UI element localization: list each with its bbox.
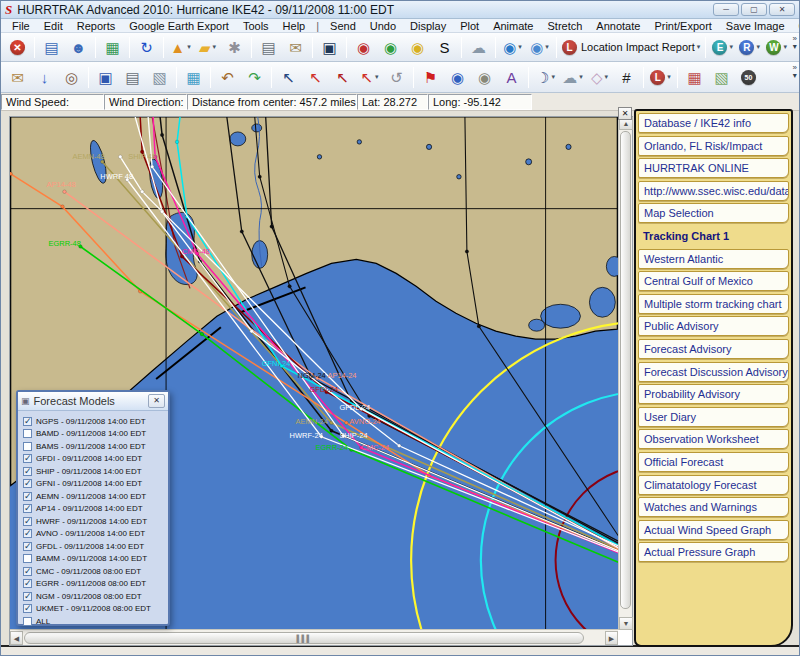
list-window-icon[interactable]: ▦ [100,35,125,60]
dropdown-arrow-icon[interactable]: ▾ [545,43,549,51]
sidebar-item-hurrtrak-online[interactable]: HURRTRAK ONLINE [638,158,789,178]
dropdown-arrow-icon[interactable]: ▾ [756,43,760,51]
web-report-icon[interactable]: W▾ [764,35,789,60]
menu-reports[interactable]: Reports [70,20,123,32]
globe-hurricane-icon[interactable]: ◉ [351,35,376,60]
user-icon[interactable]: ☻ [66,35,91,60]
globe-track-icon[interactable]: ◉ [445,65,470,90]
refresh-icon[interactable]: ↻ [134,35,159,60]
model-checkbox[interactable]: ✓ [23,504,32,513]
report-builder-icon[interactable]: R▾ [737,35,762,60]
gear-icon[interactable]: ✱ [222,35,247,60]
dropdown-arrow-icon[interactable]: ▾ [729,43,733,51]
menu-file[interactable]: File [5,20,37,32]
model-checkbox[interactable]: ✓ [23,579,32,588]
mail-report-icon[interactable]: ✉ [283,35,308,60]
dropdown-arrow-icon[interactable]: ▾ [213,43,217,51]
forecaster-tv-icon[interactable]: ▣ [317,35,342,60]
location-l-icon[interactable]: L▾ [648,65,673,90]
menu-help[interactable]: Help [276,20,313,32]
menu-animate[interactable]: Animate [486,20,540,32]
forecast-model-row[interactable]: BAMS - 09/11/2008 14:00 EDT [23,440,166,453]
print-report-icon[interactable]: ▤ [256,35,281,60]
forecast-model-row[interactable]: ✓AVNO - 09/11/2008 14:00 EDT [23,528,166,541]
dropdown-arrow-icon[interactable]: ▾ [187,43,191,51]
model-checkbox[interactable]: ✓ [23,517,32,526]
sidebar-item-observation-worksheet[interactable]: Observation Worksheet [638,429,789,449]
maximize-button[interactable]: ▢ [741,3,767,16]
forecast-model-row[interactable]: ✓AEMN - 09/11/2008 14:00 EDT [23,490,166,503]
forecast-model-row[interactable]: ✓UKMET - 09/11/2008 08:00 EDT [23,603,166,616]
save-icon[interactable]: ▣ [93,65,118,90]
forecast-model-row[interactable]: BAMM - 09/11/2008 14:00 EDT [23,553,166,566]
menu-plot[interactable]: Plot [453,20,486,32]
sidebar-item-actual-pressure-graph[interactable]: Actual Pressure Graph [638,542,789,562]
inbox-download-icon[interactable]: ↓ [32,65,57,90]
forecast-model-row[interactable]: BAMD - 09/11/2008 14:00 EDT [23,428,166,441]
dropdown-arrow-icon[interactable]: ▾ [605,73,609,81]
forecast-model-row[interactable]: ✓NGPS - 09/11/2008 14:00 EDT [23,415,166,428]
forecast-models-close-icon[interactable]: ✕ [148,394,165,408]
model-checkbox[interactable]: ✓ [23,592,32,601]
hurricane-flag-icon[interactable]: ⚑ [418,65,443,90]
undo-icon[interactable]: ↶ [215,65,240,90]
open-folder-icon[interactable]: ▰▾ [195,35,220,60]
menu-tools[interactable]: Tools [236,20,276,32]
model-checkbox[interactable]: ✓ [23,417,32,426]
close-session-icon[interactable]: ✕ [5,35,30,60]
menu-undo[interactable]: Undo [363,20,403,32]
globe-swoosh-icon[interactable]: ◉▾ [500,35,525,60]
forecast-model-row[interactable]: ALL [23,615,166,628]
hash-grid-icon[interactable]: # [614,65,639,90]
menu-stretch[interactable]: Stretch [540,20,589,32]
scroll-down-icon[interactable]: ▼ [619,617,633,630]
dropdown-arrow-icon[interactable]: ▾ [697,43,701,51]
dropdown-arrow-icon[interactable]: ▾ [579,73,583,81]
probability-diamond-icon[interactable]: ◇▾ [587,65,612,90]
email-report-icon[interactable]: E▾ [710,35,735,60]
sidebar-item-climatatology-forecast[interactable]: Climatatology Forecast [638,475,789,495]
model-checkbox[interactable]: ✓ [23,529,32,538]
minimize-button[interactable]: ─ [713,3,739,16]
forecast-model-row[interactable]: ✓HWRF - 09/11/2008 14:00 EDT [23,515,166,528]
map-horizontal-scrollbar[interactable]: ◀ ▌▌▌ ▶ [10,629,618,645]
menu-save-image[interactable]: Save Image [719,20,792,32]
sidebar-item-orlando-fl-risk-impact[interactable]: Orlando, FL Risk/Impact [638,136,789,156]
sidebar-item-central-gulf-of-mexico[interactable]: Central Gulf of Mexico [638,271,789,291]
sidebar-item-official-forecast[interactable]: Official Forecast [638,452,789,472]
sidebar-item-watches-and-warnings[interactable]: Watches and Warnings [638,497,789,517]
rain-cloud-icon[interactable]: ☁ [466,35,491,60]
forecast-model-row[interactable]: ✓GFDL - 09/11/2008 14:00 EDT [23,540,166,553]
menu-google-earth-export[interactable]: Google Earth Export [122,20,236,32]
forecast-model-row[interactable]: ✓EGRR - 09/11/2008 08:00 EDT [23,578,166,591]
track-arrow-red3-icon[interactable]: ↖▾ [357,65,382,90]
google-earth-kml-icon[interactable]: ◉▾ [527,35,552,60]
sidebar-item-multiple-storm-tracking-chart[interactable]: Multiple storm tracking chart [638,294,789,314]
globe-green-icon[interactable]: ◉ [378,35,403,60]
menu-annotate[interactable]: Annotate [589,20,647,32]
route-50-sign-icon[interactable]: 50 [736,65,761,90]
sidebar-item-forecast-discussion-advisory[interactable]: Forecast Discussion Advisory [638,362,789,382]
toolbar1-overflow-chevron[interactable]: »▾ [793,35,797,51]
sidebar-item-user-diary[interactable]: User Diary [638,407,789,427]
dropdown-arrow-icon[interactable]: ▾ [518,43,522,51]
model-checkbox[interactable]: ✓ [23,604,32,613]
globe-capitol-icon[interactable]: ◉ [472,65,497,90]
model-checkbox[interactable]: ✓ [23,454,32,463]
copy-icon[interactable]: ▧ [147,65,172,90]
dropdown-arrow-icon[interactable]: ▾ [783,43,787,51]
sidebar-item-http-www-ssec-wisc-edu-data-g8-lat[interactable]: http://www.ssec.wisc.edu/data/g8/lat [638,181,789,201]
menu-display[interactable]: Display [403,20,453,32]
map-vertical-scrollbar[interactable]: ▲ ▼ [618,117,632,630]
sidebar-item-public-advisory[interactable]: Public Advisory [638,316,789,336]
menu-print-export[interactable]: Print/Export [647,20,718,32]
model-checkbox[interactable]: ✓ [23,479,32,488]
rotate-icon[interactable]: ↺ [384,65,409,90]
menu-send[interactable]: Send [323,20,363,32]
track-arrow-red1-icon[interactable]: ↖ [303,65,328,90]
hurricane-symbol-icon[interactable]: S [432,35,457,60]
map-close-icon[interactable]: ✕ [618,107,632,120]
us-map-icon[interactable]: ▦ [682,65,707,90]
sidebar-item-actual-wind-speed-graph[interactable]: Actual Wind Speed Graph [638,520,789,540]
track-arrow-blue-icon[interactable]: ↖ [276,65,301,90]
